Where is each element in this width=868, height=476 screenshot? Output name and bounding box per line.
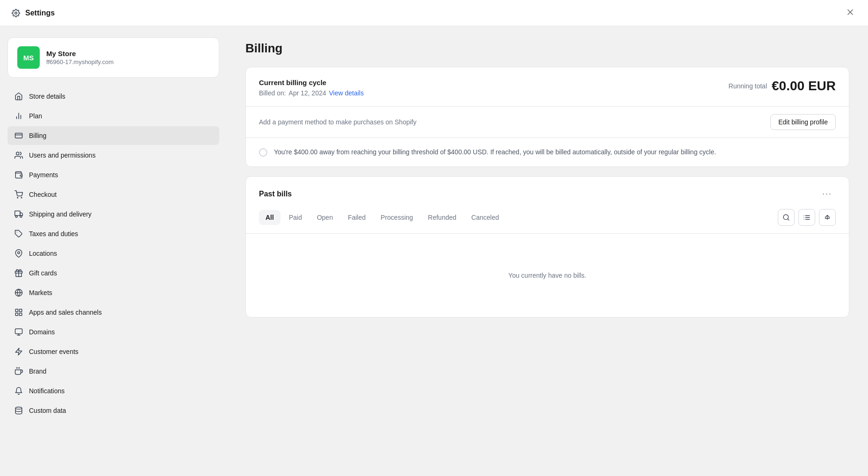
search-button[interactable] bbox=[778, 209, 795, 226]
store-avatar: MS bbox=[17, 46, 40, 69]
svg-point-31 bbox=[15, 407, 22, 410]
threshold-row: You're $400.00 away from reaching your b… bbox=[246, 137, 849, 166]
billed-on-label: Billed on: bbox=[259, 89, 286, 97]
threshold-text: You're $400.00 away from reaching your b… bbox=[274, 147, 716, 157]
tabs-actions bbox=[778, 209, 836, 226]
view-details-link[interactable]: View details bbox=[329, 89, 364, 97]
svg-rect-20 bbox=[15, 309, 18, 311]
billing-cycle-header: Current billing cycle Billed on: Apr 12,… bbox=[246, 67, 849, 106]
billed-on-date: Apr 12, 2024 bbox=[289, 89, 326, 97]
close-button[interactable] bbox=[844, 6, 857, 20]
threshold-circle-icon bbox=[259, 148, 267, 157]
sidebar-item-gift-cards[interactable]: Gift cards bbox=[7, 264, 219, 282]
billing-page-title: Billing bbox=[245, 41, 849, 56]
store-name: My Store bbox=[46, 50, 114, 58]
sidebar-item-custom-data[interactable]: Custom data bbox=[7, 401, 219, 420]
edit-billing-button[interactable]: Edit billing profile bbox=[770, 114, 836, 130]
payment-method-row: Add a payment method to make purchases o… bbox=[246, 106, 849, 137]
tab-paid[interactable]: Paid bbox=[282, 210, 308, 225]
layout: MS My Store ff6960-17.myshopify.com Stor… bbox=[0, 26, 868, 476]
sidebar-item-checkout[interactable]: Checkout bbox=[7, 185, 219, 204]
sidebar-label-locations: Locations bbox=[29, 250, 57, 257]
sidebar-label-billing: Billing bbox=[29, 132, 46, 139]
sidebar-label-notifications: Notifications bbox=[29, 387, 65, 395]
sidebar-label-checkout: Checkout bbox=[29, 191, 57, 198]
svg-point-13 bbox=[15, 216, 17, 217]
sidebar-item-markets[interactable]: Markets bbox=[7, 283, 219, 302]
svg-point-10 bbox=[21, 197, 22, 198]
tab-failed[interactable]: Failed bbox=[341, 210, 372, 225]
tab-canceled[interactable]: Canceled bbox=[465, 210, 505, 225]
svg-marker-12 bbox=[20, 213, 22, 216]
locations-icon bbox=[14, 249, 23, 258]
users-icon bbox=[14, 151, 23, 160]
billing-cycle-card: Current billing cycle Billed on: Apr 12,… bbox=[245, 67, 849, 167]
page-title: Settings bbox=[25, 9, 55, 17]
custom-data-icon bbox=[14, 406, 23, 415]
sidebar-label-domains: Domains bbox=[29, 328, 55, 336]
svg-line-33 bbox=[788, 219, 789, 220]
store-domain: ff6960-17.myshopify.com bbox=[46, 58, 114, 65]
filter-button[interactable] bbox=[798, 209, 815, 226]
sidebar-label-plan: Plan bbox=[29, 112, 42, 120]
svg-rect-21 bbox=[20, 309, 22, 311]
customer-events-icon bbox=[14, 347, 23, 356]
sidebar: MS My Store ff6960-17.myshopify.com Stor… bbox=[0, 26, 227, 476]
payment-method-text: Add a payment method to make purchases o… bbox=[259, 118, 416, 126]
domains-icon bbox=[14, 327, 23, 337]
svg-rect-11 bbox=[15, 211, 20, 216]
tab-all[interactable]: All bbox=[259, 210, 280, 225]
svg-rect-23 bbox=[15, 313, 18, 316]
more-options-button[interactable]: ··· bbox=[818, 187, 836, 201]
sidebar-label-payments: Payments bbox=[29, 171, 58, 179]
sidebar-item-apps[interactable]: Apps and sales channels bbox=[7, 303, 219, 322]
sidebar-item-notifications[interactable]: Notifications bbox=[7, 382, 219, 400]
taxes-icon bbox=[14, 229, 23, 238]
svg-marker-27 bbox=[15, 348, 22, 355]
past-bills-title: Past bills bbox=[259, 190, 292, 198]
svg-point-0 bbox=[15, 12, 17, 14]
tab-refunded[interactable]: Refunded bbox=[422, 210, 463, 225]
sort-button[interactable] bbox=[819, 209, 836, 226]
sidebar-label-markets: Markets bbox=[29, 289, 52, 296]
checkout-icon bbox=[14, 190, 23, 199]
tabs-row: All Paid Open Failed Processing Refunded… bbox=[246, 209, 849, 234]
shipping-icon bbox=[14, 209, 23, 219]
svg-point-9 bbox=[17, 197, 18, 198]
sidebar-item-billing[interactable]: Billing bbox=[7, 126, 219, 145]
sidebar-item-users-permissions[interactable]: Users and permissions bbox=[7, 146, 219, 165]
settings-icon bbox=[11, 8, 21, 18]
top-bar: Settings bbox=[0, 0, 868, 26]
sidebar-label-shipping: Shipping and delivery bbox=[29, 210, 92, 218]
tabs-list: All Paid Open Failed Processing Refunded… bbox=[259, 210, 505, 225]
sidebar-label-apps: Apps and sales channels bbox=[29, 309, 102, 316]
sidebar-item-domains[interactable]: Domains bbox=[7, 323, 219, 341]
sidebar-item-store-details[interactable]: Store details bbox=[7, 87, 219, 106]
apps-icon bbox=[14, 308, 23, 317]
sidebar-label-store-details: Store details bbox=[29, 93, 65, 100]
sidebar-label-customer-events: Customer events bbox=[29, 348, 79, 355]
billing-cycle-date: Billed on: Apr 12, 2024 View details bbox=[259, 89, 364, 97]
sidebar-item-customer-events[interactable]: Customer events bbox=[7, 342, 219, 361]
plan-icon bbox=[14, 111, 23, 121]
billing-cycle-title: Current billing cycle bbox=[259, 79, 364, 87]
sidebar-item-payments[interactable]: Payments bbox=[7, 166, 219, 184]
tab-processing[interactable]: Processing bbox=[374, 210, 419, 225]
billing-icon bbox=[14, 131, 23, 140]
brand-icon bbox=[14, 367, 23, 376]
sidebar-label-custom-data: Custom data bbox=[29, 407, 66, 414]
sidebar-item-locations[interactable]: Locations bbox=[7, 244, 219, 263]
store-card[interactable]: MS My Store ff6960-17.myshopify.com bbox=[7, 37, 219, 78]
empty-state: You currently have no bills. bbox=[246, 234, 849, 317]
tab-open[interactable]: Open bbox=[310, 210, 339, 225]
sidebar-item-plan[interactable]: Plan bbox=[7, 107, 219, 125]
sidebar-label-users: Users and permissions bbox=[29, 151, 95, 159]
sidebar-item-shipping[interactable]: Shipping and delivery bbox=[7, 205, 219, 224]
running-total-label: Running total bbox=[729, 82, 768, 90]
past-bills-card: Past bills ··· All Paid Open Failed Proc… bbox=[245, 176, 849, 317]
sidebar-item-taxes[interactable]: Taxes and duties bbox=[7, 224, 219, 243]
running-total: Running total €0.00 EUR bbox=[729, 79, 836, 94]
store-details-icon bbox=[14, 92, 23, 101]
billing-cycle-info: Current billing cycle Billed on: Apr 12,… bbox=[259, 79, 364, 97]
sidebar-item-brand[interactable]: Brand bbox=[7, 362, 219, 381]
